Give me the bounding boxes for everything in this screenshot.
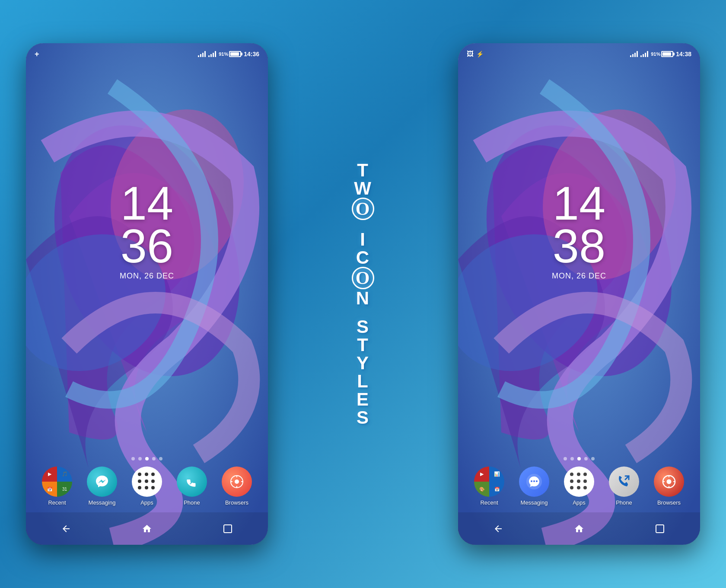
phone-right-screen: 🖼 ⚡ (458, 43, 700, 545)
letter-W: W (354, 179, 372, 198)
phone-left: + (26, 43, 268, 545)
status-bar-left: + (26, 43, 268, 65)
bar4 (647, 51, 648, 57)
nav-back-right[interactable] (487, 520, 509, 537)
status-right-left: 91% 14:36 (198, 51, 259, 58)
app-dot-r (570, 473, 573, 476)
app-dot (151, 473, 155, 476)
q3r: 🎨 (474, 482, 489, 497)
phone-icon-right (609, 467, 639, 497)
messaging-svg-right (525, 473, 543, 490)
status-time-left: 14:36 (244, 51, 259, 58)
bar4 (204, 51, 206, 57)
dock-item-recent-left[interactable]: ▶ 🎵 📅 31 Recent (42, 467, 72, 506)
dot-1-right (564, 457, 567, 460)
letter-E: E (357, 390, 369, 409)
dock-item-recent-right[interactable]: ▶ 📊 🎨 📅 Recent (474, 467, 504, 506)
letter-Y: Y (357, 354, 369, 372)
app-dot-r (583, 473, 587, 476)
photo-icon-right: 🖼 (467, 50, 474, 58)
browsers-svg-right (661, 474, 677, 489)
dot-5-right (591, 457, 595, 460)
dock-item-apps-right[interactable]: Apps (564, 467, 594, 506)
app-dot-r (577, 479, 580, 483)
nav-home-left[interactable] (136, 520, 158, 537)
app-dot-r (583, 486, 587, 489)
battery-left: 91% (219, 51, 241, 57)
q4r: 📅 (489, 482, 504, 497)
bar2 (210, 54, 212, 57)
letter-L: L (357, 372, 369, 390)
app-dot-r (583, 479, 587, 483)
recent-icon-left: ▶ 🎵 📅 31 (42, 467, 72, 497)
dock-label-phone-left: Phone (184, 499, 200, 506)
center-label: T W O I C O N S T Y L E S (341, 0, 385, 588)
bar2 (632, 54, 634, 57)
q3: 📅 (42, 482, 57, 497)
app-dot (138, 486, 141, 489)
dock-item-messaging-right[interactable]: Messaging (519, 467, 549, 506)
bar4 (215, 51, 216, 57)
battery-percent-left: 91% (219, 51, 228, 57)
clock-hour-left: 14 (120, 182, 174, 224)
main-container: + (0, 0, 726, 588)
q1: ▶ (42, 467, 57, 482)
bar1 (208, 55, 210, 57)
q1r: ▶ (474, 467, 489, 482)
svg-point-14 (536, 480, 538, 482)
dot-4-left (152, 457, 156, 460)
letter-I: I (360, 230, 366, 249)
signal-bars-2-left (208, 51, 216, 57)
dock-item-browsers-left[interactable]: Browsers (222, 467, 252, 506)
nav-back-left[interactable] (55, 520, 77, 537)
dock-label-browsers-right: Browsers (657, 499, 681, 506)
dock-label-recent-left: Recent (48, 499, 66, 506)
recent-icon-right: ▶ 📊 🎨 📅 (474, 467, 504, 497)
nav-recents-right[interactable] (649, 520, 671, 537)
bar3 (634, 53, 636, 57)
notification-icon-left: + (35, 50, 39, 59)
dots-indicator-right (564, 457, 595, 460)
apps-grid-left (132, 467, 162, 497)
dot-4-right (584, 457, 588, 460)
browsers-icon-right (654, 467, 684, 497)
dock-label-browsers-left: Browsers (225, 499, 248, 506)
phone-svg-right (616, 473, 632, 490)
nav-home-right[interactable] (568, 520, 590, 537)
dot-3-left (145, 457, 149, 460)
battery-fill-right (662, 52, 671, 56)
messaging-icon-left (87, 467, 117, 497)
browsers-icon-left (222, 467, 252, 497)
recents-icon-right (655, 524, 665, 534)
dock-label-recent-right: Recent (480, 499, 498, 506)
apps-icon-left (132, 467, 162, 497)
dock-label-messaging-left: Messaging (89, 499, 116, 506)
bar3 (645, 53, 646, 57)
clock-hour-right: 14 (552, 182, 606, 224)
bar3 (213, 53, 214, 57)
app-dot (145, 486, 148, 489)
letter-S: S (357, 318, 369, 336)
dock-item-phone-left[interactable]: Phone (177, 467, 207, 506)
dock-item-phone-right[interactable]: Phone (609, 467, 639, 506)
browsers-svg-left (229, 474, 245, 489)
dock-item-browsers-right[interactable]: Browsers (654, 467, 684, 506)
bar1 (640, 55, 642, 57)
letter-O2: O (352, 267, 374, 289)
dock-item-apps-left[interactable]: Apps (132, 467, 162, 506)
messaging-icon-right (519, 467, 549, 497)
letter-C: C (356, 249, 370, 267)
q2: 🎵 (57, 467, 72, 482)
nav-bar-left (26, 512, 268, 545)
dot-3-right (577, 457, 581, 460)
nav-recents-left[interactable] (217, 520, 239, 537)
dock-right: ▶ 📊 🎨 📅 Recent (458, 467, 700, 506)
dock-item-messaging-left[interactable]: Messaging (87, 467, 117, 506)
home-icon-left (142, 524, 152, 534)
dock-left: ▶ 🎵 📅 31 Recent Messaging (26, 467, 268, 506)
app-dot-r (570, 479, 573, 483)
battery-icon-right: ⚡ (476, 51, 484, 58)
dock-label-messaging-right: Messaging (521, 499, 548, 506)
battery-right: 91% (651, 51, 673, 57)
svg-rect-6 (224, 525, 232, 533)
